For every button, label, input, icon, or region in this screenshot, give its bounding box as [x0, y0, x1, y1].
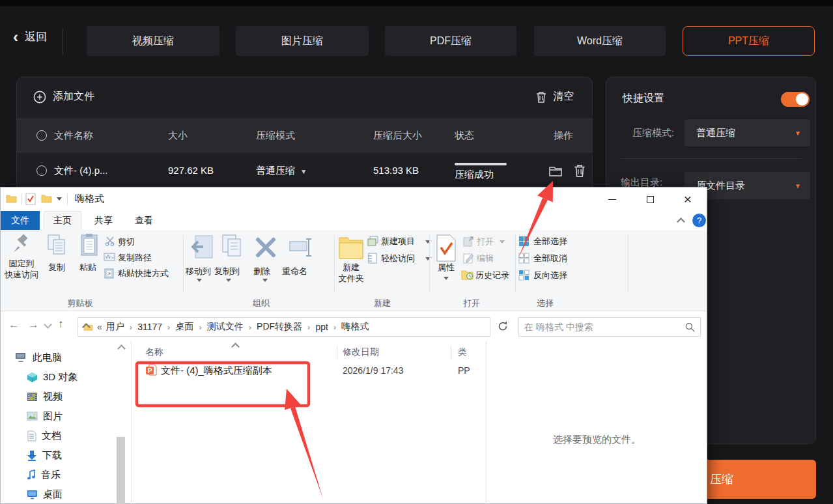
row-trash-icon[interactable]	[572, 163, 587, 178]
quick-settings-toggle[interactable]	[781, 92, 810, 107]
rename-button[interactable]: 重命名	[282, 266, 307, 277]
properties-button[interactable]: 属性	[431, 262, 462, 273]
add-files-button[interactable]: 添加文件	[33, 90, 94, 104]
menu-view[interactable]: 查看	[126, 211, 162, 230]
sidebar-item-3d-objects[interactable]: 3D 对象	[27, 369, 78, 385]
sidebar-item-pictures[interactable]: 图片	[27, 408, 63, 424]
tab-pdf-compress[interactable]: PDF压缩	[385, 26, 516, 56]
maximize-button[interactable]	[635, 188, 665, 211]
copy-to-button[interactable]: 复制到	[214, 266, 240, 277]
address-bar[interactable]: « 用户› 31177› 桌面› 测试文件› PDF转换器› ppt› 嗨格式	[78, 317, 490, 337]
group-separator	[429, 235, 430, 292]
copy-icon[interactable]	[46, 234, 67, 256]
list-header-type[interactable]: 类	[458, 346, 467, 358]
close-button[interactable]: ×	[673, 188, 703, 211]
refresh-icon[interactable]	[497, 320, 509, 332]
search-input[interactable]	[524, 322, 685, 332]
new-folder-icon[interactable]	[338, 234, 364, 261]
explorer-menubar: 文件 主页 共享 查看 ?	[1, 211, 707, 230]
crumb-31177[interactable]: 31177	[137, 322, 162, 332]
explorer-titlebar: 嗨格式 ×	[1, 188, 707, 211]
crumb-ppt[interactable]: ppt	[315, 322, 328, 332]
sidebar-scroll-up-icon[interactable]	[117, 344, 126, 353]
crumb-separator: ›	[166, 322, 171, 332]
row-select-circle[interactable]	[36, 165, 47, 176]
tab-ppt-compress[interactable]: PPT压缩	[683, 26, 815, 56]
minimize-button[interactable]	[597, 188, 627, 211]
sidebar-item-downloads[interactable]: 下载	[27, 447, 62, 463]
cut-button[interactable]: 剪切	[118, 236, 135, 248]
sidebar-divider	[131, 341, 132, 504]
pin-quick-access-button[interactable]: 固定到快速访问	[1, 258, 42, 280]
menu-file[interactable]: 文件	[1, 211, 40, 230]
select-all-button[interactable]: 全部选择	[533, 236, 567, 247]
sidebar-item-videos[interactable]: 视频	[27, 389, 63, 404]
crumb-desktop[interactable]: 桌面	[175, 321, 193, 333]
select-none-button[interactable]: 全部取消	[533, 253, 567, 264]
search-icon[interactable]	[685, 322, 695, 332]
crumb-haigeshi[interactable]: 嗨格式	[341, 321, 369, 333]
row-file-name: 文件- (4).p...	[54, 153, 108, 188]
back-button[interactable]: ‹ 返回	[13, 29, 47, 44]
qat-new-folder-icon[interactable]	[41, 194, 52, 203]
invert-selection-button[interactable]: 反向选择	[533, 270, 567, 281]
nav-history-caret-icon[interactable]	[44, 320, 52, 329]
delete-caret-icon	[262, 279, 268, 285]
rename-icon	[289, 238, 313, 257]
list-header-date[interactable]: 修改日期	[343, 346, 379, 358]
window-folder-icon	[6, 194, 17, 203]
crumb-testfiles[interactable]: 测试文件	[207, 321, 244, 333]
history-button[interactable]: 历史记录	[475, 270, 509, 281]
paste-icon[interactable]	[79, 233, 100, 257]
select-all-circle[interactable]	[36, 130, 47, 141]
collapse-ribbon-icon[interactable]	[677, 217, 685, 226]
nav-forward-icon[interactable]: →	[28, 318, 39, 331]
sidebar-scrollbar-thumb[interactable]	[117, 437, 125, 504]
delete-button[interactable]: 删除	[253, 266, 270, 277]
col-mode: 压缩模式	[256, 118, 295, 153]
crumb-users[interactable]: 用户	[106, 321, 124, 333]
open-button[interactable]: 打开	[477, 236, 494, 247]
paste-button[interactable]: 粘贴	[68, 262, 107, 273]
menu-share[interactable]: 共享	[85, 211, 122, 230]
nav-up-icon[interactable]: ↑	[58, 318, 64, 331]
qat-dropdown-caret-icon[interactable]	[57, 197, 62, 203]
paste-shortcut-button[interactable]: 粘贴快捷方式	[118, 268, 169, 279]
list-header-name[interactable]: 名称	[145, 346, 163, 358]
easy-access-button[interactable]: 轻松访问	[381, 253, 415, 264]
row-progress-bar	[455, 163, 507, 165]
tab-image-compress[interactable]: 图片压缩	[236, 26, 369, 56]
copy-path-icon	[104, 252, 115, 262]
new-item-button[interactable]: 新建项目	[381, 236, 415, 247]
help-button[interactable]: ?	[692, 214, 706, 227]
move-to-button[interactable]: 移动到	[186, 266, 211, 277]
crumb-pdfconverter[interactable]: PDF转换器	[257, 321, 302, 333]
copy-path-button[interactable]: 复制路径	[118, 252, 152, 264]
nav-back-icon[interactable]: ←	[8, 318, 20, 331]
open-folder-icon[interactable]	[548, 163, 563, 178]
sidebar-item-this-pc[interactable]: 此电脑	[15, 350, 62, 365]
output-dropdown-caret-icon: ▼	[795, 182, 801, 189]
sort-ascending-icon	[231, 343, 240, 351]
edit-button[interactable]: 编辑	[477, 253, 494, 264]
mode-dropdown[interactable]: 普通压缩 ▼	[685, 119, 810, 147]
new-folder-button[interactable]: 新建文件夹	[334, 262, 368, 284]
maximize-icon	[647, 196, 654, 203]
tab-word-compress[interactable]: Word压缩	[534, 26, 666, 56]
sidebar-item-documents[interactable]: 文档	[27, 428, 61, 443]
qat-properties-icon[interactable]	[25, 193, 36, 205]
sidebar-item-music[interactable]: 音乐	[27, 467, 61, 483]
tab-video-compress[interactable]: 视频压缩	[87, 26, 219, 56]
edit-icon	[463, 253, 474, 264]
row-mode-dropdown[interactable]: 普通压缩 ▼	[256, 153, 307, 188]
properties-icon[interactable]	[436, 234, 457, 262]
qat-divider	[21, 193, 21, 205]
clipboard-group-label: 剪贴板	[41, 298, 119, 309]
sidebar-item-desktop[interactable]: 桌面	[27, 486, 63, 502]
col-actions: 操作	[554, 118, 573, 153]
file-row[interactable]: P 文件- (4)_嗨格式压缩副本 2026/1/9 17:43 PP	[136, 362, 481, 379]
clear-button[interactable]: 清空	[535, 90, 574, 104]
menu-home[interactable]: 主页	[44, 211, 81, 230]
pin-icon[interactable]	[12, 234, 29, 254]
group-separator	[515, 235, 516, 292]
